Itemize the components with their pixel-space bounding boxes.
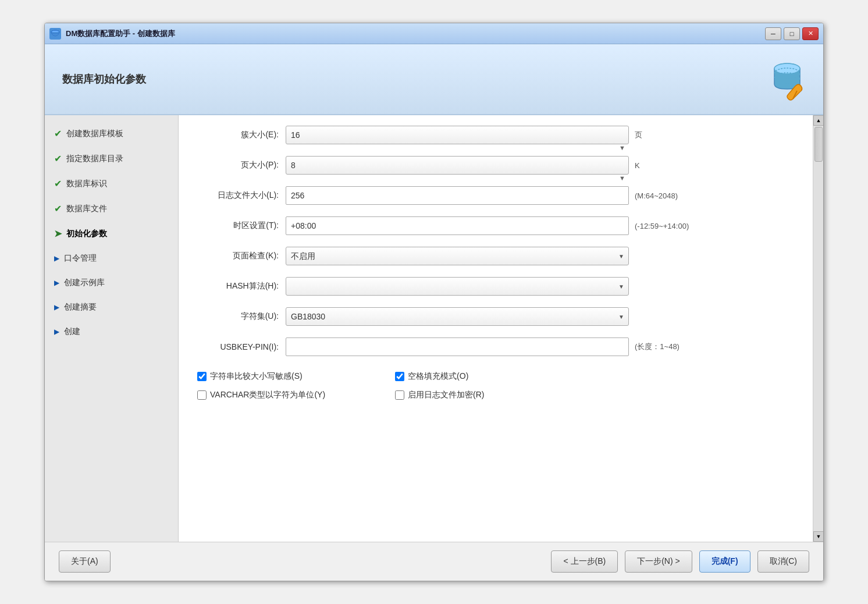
case-sensitive-label: 字符串比较大小写敏感(S) [210, 371, 303, 382]
case-sensitive-row: 字符串比较大小写敏感(S) [197, 371, 325, 382]
timezone-row: 时区设置(T): (-12:59~+14:00) [193, 215, 799, 236]
main-body: ✔ 创建数据库模板 ✔ 指定数据库目录 ✔ 数据库标识 ✔ 数据库文件 [45, 115, 823, 542]
log-size-row: 日志文件大小(L): (M:64~2048) [193, 185, 799, 206]
log-encrypt-row: 启用日志文件加密(R) [395, 390, 484, 400]
cancel-button[interactable]: 取消(C) [757, 550, 809, 573]
page-check-select[interactable]: 不启用 启用 [286, 247, 629, 265]
hash-algo-select[interactable]: SHA1 SHA256 MD5 [286, 277, 629, 296]
scrollbar-thumb[interactable] [814, 127, 823, 162]
sidebar-label-4: 数据库文件 [66, 204, 107, 214]
cluster-size-control: 16 4 8 32 ▼ 页 [286, 126, 799, 144]
footer: 关于(A) < 上一步(B) 下一步(N) > 完成(F) 取消(C) [45, 542, 823, 581]
title-bar: DM数据库配置助手 - 创建数据库 ─ □ ✕ [45, 23, 823, 44]
usbkey-label: USBKEY-PIN(I): [193, 342, 286, 351]
sidebar-item-init-params[interactable]: ➤ 初始化参数 [45, 221, 178, 246]
sidebar-label-7: 创建示例库 [64, 278, 105, 288]
page-size-caret: ▼ [619, 175, 625, 182]
scrollbar-track: ▲ ▼ [813, 115, 823, 542]
check-icon-3: ✔ [54, 178, 62, 189]
sidebar-item-create-sample[interactable]: ▶ 创建示例库 [45, 271, 178, 295]
log-size-label: 日志文件大小(L): [193, 190, 286, 201]
log-encrypt-label: 启用日志文件加密(R) [408, 390, 484, 400]
check-icon-1: ✔ [54, 128, 62, 139]
arrow-icon-9: ▶ [54, 328, 59, 336]
next-button[interactable]: 下一步(N) > [625, 550, 692, 573]
page-size-control: 8 4 16 32 ▼ K [286, 156, 799, 175]
close-button[interactable]: ✕ [802, 27, 819, 40]
charset-control: GB18030 UTF-8 EUC-CN ▼ [286, 307, 799, 326]
sidebar-label-2: 指定数据库目录 [66, 154, 123, 164]
page-check-row: 页面检查(K): 不启用 启用 ▼ [193, 246, 799, 267]
log-size-input[interactable] [286, 186, 629, 205]
hash-algo-label: HASH算法(H): [193, 281, 286, 292]
sidebar-item-create-template[interactable]: ✔ 创建数据库模板 [45, 121, 178, 146]
timezone-hint: (-12:59~+14:00) [635, 222, 689, 230]
window-controls: ─ □ ✕ [765, 27, 819, 40]
page-size-select[interactable]: 8 4 16 32 [286, 156, 629, 175]
minimize-button[interactable]: ─ [765, 27, 781, 40]
usbkey-row: USBKEY-PIN(I): (长度：1~48) [193, 336, 799, 357]
cluster-size-label: 簇大小(E): [193, 130, 286, 140]
scroll-up-button[interactable]: ▲ [813, 115, 823, 126]
varchar-char-row: VARCHAR类型以字符为单位(Y) [197, 390, 325, 400]
sidebar: ✔ 创建数据库模板 ✔ 指定数据库目录 ✔ 数据库标识 ✔ 数据库文件 [45, 115, 179, 542]
scroll-down-button[interactable]: ▼ [813, 531, 823, 542]
about-button[interactable]: 关于(A) [59, 550, 111, 573]
timezone-control: (-12:59~+14:00) [286, 216, 799, 235]
cluster-size-select-wrapper: 16 4 8 32 ▼ [286, 126, 629, 144]
app-icon [49, 28, 61, 40]
sidebar-label-9: 创建 [64, 326, 80, 337]
sidebar-item-create[interactable]: ▶ 创建 [45, 319, 178, 344]
cluster-size-row: 簇大小(E): 16 4 8 32 ▼ 页 [193, 125, 799, 145]
page-title: 数据库初始化参数 [62, 72, 146, 86]
checkboxes-section: 字符串比较大小写敏感(S) VARCHAR类型以字符为单位(Y) 空格填充模式(… [197, 367, 799, 405]
main-window: DM数据库配置助手 - 创建数据库 ─ □ ✕ 数据库初始化参数 [44, 23, 824, 581]
hash-algo-control: SHA1 SHA256 MD5 ▼ [286, 277, 799, 296]
usbkey-control: (长度：1~48) [286, 337, 799, 356]
sidebar-item-db-file[interactable]: ✔ 数据库文件 [45, 196, 178, 221]
sidebar-item-password-mgmt[interactable]: ▶ 口令管理 [45, 246, 178, 271]
usbkey-hint: (长度：1~48) [635, 342, 680, 352]
sidebar-label-3: 数据库标识 [66, 179, 107, 189]
space-fill-label: 空格填充模式(O) [408, 371, 468, 382]
space-fill-checkbox[interactable] [395, 372, 404, 381]
footer-right: < 上一步(B) 下一步(N) > 完成(F) 取消(C) [551, 550, 809, 573]
sidebar-item-db-identity[interactable]: ✔ 数据库标识 [45, 171, 178, 196]
form-area: 簇大小(E): 16 4 8 32 ▼ 页 [179, 115, 813, 542]
page-check-label: 页面检查(K): [193, 251, 286, 261]
page-size-label: 页大小(P): [193, 160, 286, 170]
check-icon-2: ✔ [54, 153, 62, 164]
footer-left: 关于(A) [59, 550, 111, 573]
charset-label: 字符集(U): [193, 311, 286, 322]
prev-button[interactable]: < 上一步(B) [551, 550, 618, 573]
varchar-char-label: VARCHAR类型以字符为单位(Y) [210, 390, 325, 400]
timezone-input[interactable] [286, 216, 629, 235]
varchar-char-checkbox[interactable] [197, 390, 207, 400]
content-area: 数据库初始化参数 ✔ [45, 44, 823, 542]
hash-algo-row: HASH算法(H): SHA1 SHA256 MD5 ▼ [193, 276, 799, 297]
space-fill-row: 空格填充模式(O) [395, 371, 484, 382]
cluster-size-select[interactable]: 16 4 8 32 [286, 126, 629, 144]
sidebar-item-create-summary[interactable]: ▶ 创建摘要 [45, 295, 178, 319]
usbkey-input[interactable] [286, 337, 629, 356]
maximize-button[interactable]: □ [784, 27, 800, 40]
window-title: DM数据库配置助手 - 创建数据库 [66, 29, 765, 39]
page-size-row: 页大小(P): 8 4 16 32 ▼ K [193, 155, 799, 176]
check-icon-4: ✔ [54, 203, 62, 214]
sidebar-item-specify-dir[interactable]: ✔ 指定数据库目录 [45, 146, 178, 171]
timezone-label: 时区设置(T): [193, 221, 286, 231]
log-size-control: (M:64~2048) [286, 186, 799, 205]
log-encrypt-checkbox[interactable] [395, 390, 404, 400]
arrow-icon-7: ▶ [54, 279, 59, 287]
content-panel: 簇大小(E): 16 4 8 32 ▼ 页 [179, 115, 823, 542]
sidebar-label-8: 创建摘要 [64, 302, 97, 312]
log-size-hint: (M:64~2048) [635, 191, 678, 200]
page-check-control: 不启用 启用 ▼ [286, 247, 799, 265]
finish-button[interactable]: 完成(F) [699, 550, 750, 573]
charset-select[interactable]: GB18030 UTF-8 EUC-CN [286, 307, 629, 326]
cluster-size-caret: ▼ [619, 144, 625, 151]
case-sensitive-checkbox[interactable] [197, 372, 207, 381]
sidebar-label-1: 创建数据库模板 [66, 129, 123, 139]
charset-row: 字符集(U): GB18030 UTF-8 EUC-CN ▼ [193, 306, 799, 327]
cluster-size-hint: 页 [635, 130, 642, 140]
